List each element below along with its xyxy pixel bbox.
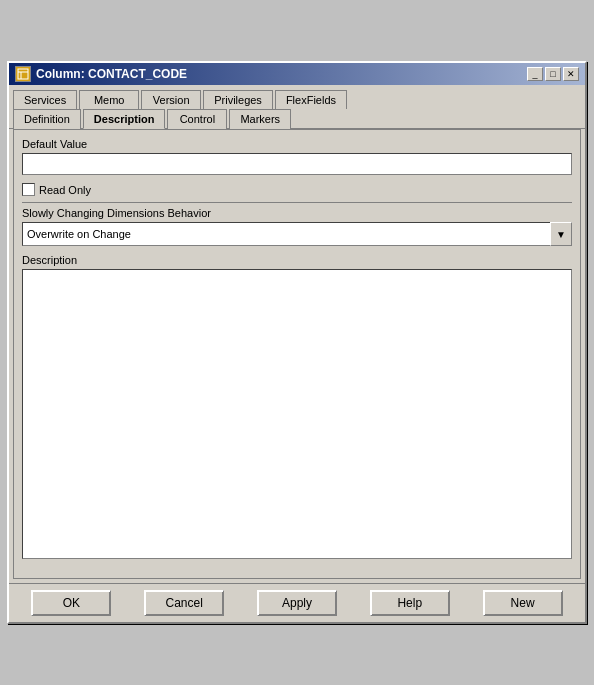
minimize-button[interactable]: _ (527, 67, 543, 81)
separator-1 (22, 202, 572, 203)
content-area: Default Value Read Only Slowly Changing … (13, 129, 581, 579)
help-button[interactable]: Help (370, 590, 450, 616)
apply-button[interactable]: Apply (257, 590, 337, 616)
default-value-label: Default Value (22, 138, 572, 150)
tab-definition[interactable]: Definition (13, 109, 81, 129)
svg-rect-0 (18, 69, 28, 79)
title-bar-left: Column: CONTACT_CODE (15, 66, 187, 82)
default-value-group: Default Value (22, 138, 572, 175)
default-value-input[interactable] (22, 153, 572, 175)
main-window: Column: CONTACT_CODE _ □ ✕ Services Memo… (7, 61, 587, 624)
window-title: Column: CONTACT_CODE (36, 67, 187, 81)
tab-flexfields[interactable]: FlexFields (275, 90, 347, 109)
title-bar: Column: CONTACT_CODE _ □ ✕ (9, 63, 585, 85)
tab-row-2: Definition Description Control Markers (9, 108, 585, 129)
tab-privileges[interactable]: Privileges (203, 90, 273, 109)
tab-version[interactable]: Version (141, 90, 201, 109)
description-textarea[interactable] (22, 269, 572, 559)
tab-description[interactable]: Description (83, 109, 166, 129)
scd-behavior-label: Slowly Changing Dimensions Behavior (22, 207, 572, 219)
tab-memo[interactable]: Memo (79, 90, 139, 109)
read-only-label: Read Only (39, 184, 91, 196)
scd-behavior-select[interactable]: Overwrite on Change Insert New Row Ignor… (22, 222, 572, 246)
bottom-bar: OK Cancel Apply Help New (9, 583, 585, 622)
read-only-checkbox[interactable] (22, 183, 35, 196)
tab-services[interactable]: Services (13, 90, 77, 109)
scd-behavior-select-wrapper: Overwrite on Change Insert New Row Ignor… (22, 222, 572, 246)
tab-row-1: Services Memo Version Privileges FlexFie… (9, 85, 585, 108)
title-buttons: _ □ ✕ (527, 67, 579, 81)
restore-button[interactable]: □ (545, 67, 561, 81)
window-icon (15, 66, 31, 82)
tab-control[interactable]: Control (167, 109, 227, 129)
new-button[interactable]: New (483, 590, 563, 616)
description-group: Description (22, 254, 572, 562)
tab-markers[interactable]: Markers (229, 109, 291, 129)
description-label: Description (22, 254, 572, 266)
cancel-button[interactable]: Cancel (144, 590, 224, 616)
close-button[interactable]: ✕ (563, 67, 579, 81)
read-only-row: Read Only (22, 183, 572, 196)
scd-behavior-group: Slowly Changing Dimensions Behavior Over… (22, 207, 572, 246)
ok-button[interactable]: OK (31, 590, 111, 616)
